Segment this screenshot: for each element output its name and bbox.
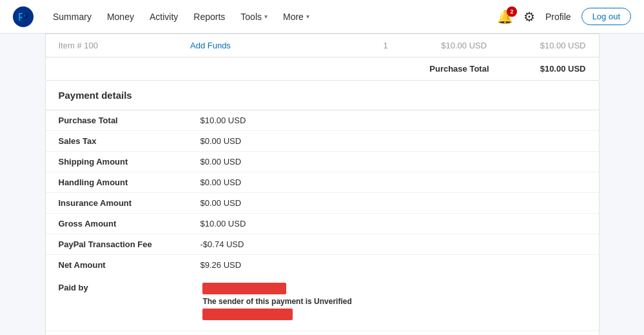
detail-value: -$0.74 USD: [200, 239, 244, 249]
detail-row: PayPal Transaction Fee -$0.74 USD: [46, 234, 599, 255]
detail-rows: Purchase Total $10.00 USD Sales Tax $0.0…: [46, 110, 599, 275]
nav-more[interactable]: More ▾: [277, 8, 316, 26]
detail-value: $0.00 USD: [200, 157, 242, 167]
nav-activity[interactable]: Activity: [143, 8, 184, 26]
tools-chevron-icon: ▾: [264, 13, 268, 20]
detail-value: $0.00 USD: [200, 178, 242, 187]
detail-row: Handling Amount $0.00 USD: [46, 172, 599, 193]
paid-by-section: Paid by The sender of this payment is Un…: [46, 275, 599, 331]
nav-money[interactable]: Money: [101, 8, 141, 26]
header: P P Summary Money Activity Reports Tools…: [0, 0, 644, 34]
purchase-total-row: Purchase Total $10.00 USD: [45, 57, 600, 80]
detail-row: Shipping Amount $0.00 USD: [46, 152, 599, 172]
detail-value: $10.00 USD: [200, 219, 246, 228]
detail-value: $0.00 USD: [200, 136, 242, 146]
item-qty: 1: [322, 41, 388, 50]
purchase-total-value: $10.00 USD: [528, 64, 586, 74]
detail-label: Net Amount: [59, 260, 200, 270]
detail-row: Insurance Amount $0.00 USD: [46, 193, 599, 214]
detail-label: PayPal Transaction Fee: [59, 239, 200, 249]
item-number: Item # 100: [59, 41, 191, 50]
detail-label: Insurance Amount: [59, 198, 200, 208]
header-right: 🔔 2 ⚙ Profile Log out: [497, 8, 631, 25]
detail-label: Purchase Total: [59, 116, 200, 125]
settings-icon[interactable]: ⚙: [523, 9, 535, 25]
paypal-logo[interactable]: P P: [13, 6, 34, 27]
detail-row: Net Amount $9.26 USD: [46, 255, 599, 275]
paid-by-redacted-email: [202, 283, 286, 294]
detail-row: Gross Amount $10.00 USD: [46, 214, 599, 234]
more-chevron-icon: ▾: [306, 13, 309, 20]
payment-details-card: Payment details Purchase Total $10.00 US…: [45, 80, 600, 335]
item-row: Item # 100 Add Funds 1 $10.00 USD $10.00…: [46, 34, 599, 57]
nav-reports[interactable]: Reports: [187, 8, 231, 26]
item-description: Add Funds: [190, 41, 322, 50]
detail-row: Sales Tax $0.00 USD: [46, 131, 599, 152]
paid-by-label: Paid by: [59, 283, 200, 292]
unverified-notice: The sender of this payment is Unverified: [202, 297, 351, 306]
item-subtotal: $10.00 USD: [487, 41, 585, 50]
nav-tools[interactable]: Tools ▾: [234, 8, 274, 26]
detail-value: $0.00 USD: [200, 198, 242, 208]
detail-value: $9.26 USD: [200, 260, 242, 270]
detail-label: Gross Amount: [59, 219, 200, 228]
logout-button[interactable]: Log out: [581, 8, 631, 25]
main-content: Item # 100 Add Funds 1 $10.00 USD $10.00…: [32, 34, 612, 335]
detail-label: Sales Tax: [59, 136, 200, 146]
detail-label: Shipping Amount: [59, 157, 200, 167]
svg-text:P: P: [22, 12, 29, 23]
detail-label: Handling Amount: [59, 178, 200, 187]
main-nav: Summary Money Activity Reports Tools ▾ M…: [46, 8, 497, 26]
paid-by-redacted-name: [202, 309, 293, 320]
notifications-button[interactable]: 🔔 2: [497, 9, 513, 25]
notification-badge: 2: [507, 6, 517, 17]
paid-by-content: The sender of this payment is Unverified: [202, 283, 351, 323]
payment-sent-section: Payment Sent to: [46, 331, 599, 335]
item-table: Item # 100 Add Funds 1 $10.00 USD $10.00…: [45, 34, 600, 57]
item-unit-price: $10.00 USD: [388, 41, 487, 50]
purchase-total-label: Purchase Total: [429, 64, 489, 74]
detail-value: $10.00 USD: [200, 116, 246, 125]
profile-link[interactable]: Profile: [545, 12, 571, 22]
detail-row: Purchase Total $10.00 USD: [46, 110, 599, 131]
nav-summary[interactable]: Summary: [46, 8, 98, 26]
payment-details-header: Payment details: [46, 81, 599, 110]
